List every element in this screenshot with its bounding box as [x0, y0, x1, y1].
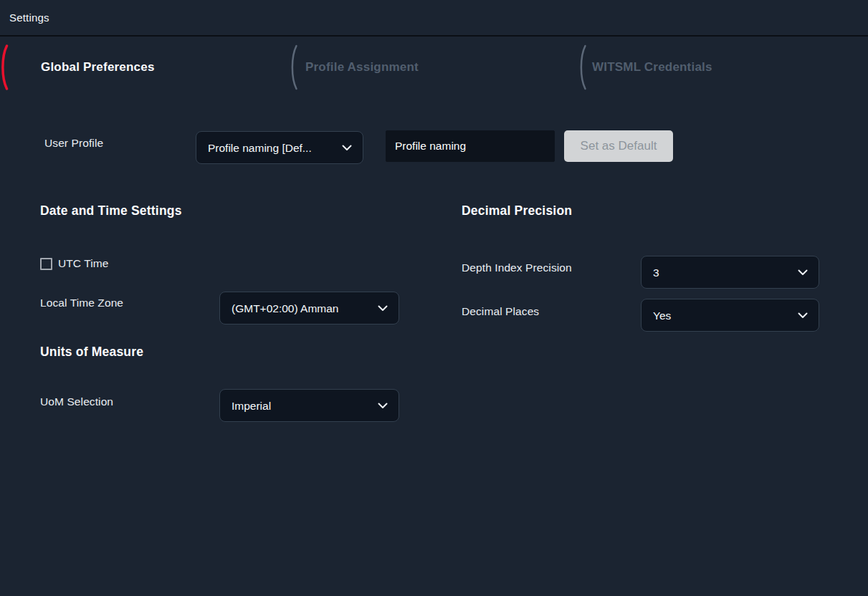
uom-select-wrap: Imperial — [219, 389, 399, 422]
tab-label: WITSML Credentials — [592, 60, 712, 74]
tab-separator — [578, 44, 587, 90]
tab-label: Profile Assignment — [305, 60, 419, 74]
utc-time-checkbox[interactable] — [40, 258, 52, 270]
units-of-measure-heading: Units of Measure — [40, 344, 143, 360]
tab-witsml-credentials[interactable]: WITSML Credentials — [578, 38, 868, 97]
uom-select[interactable]: Imperial — [219, 389, 399, 422]
decimal-places-select-wrap: Yes — [641, 299, 819, 332]
settings-window: Settings Global Preferences Profile Assi… — [0, 0, 868, 596]
depth-index-precision-select-wrap: 3 — [641, 256, 819, 289]
title-bar: Settings — [0, 0, 868, 37]
depth-index-precision-select[interactable]: 3 — [641, 256, 819, 289]
local-time-zone-select-wrap: (GMT+02:00) Amman — [219, 292, 399, 325]
tab-separator — [289, 44, 298, 90]
tab-global-preferences[interactable]: Global Preferences — [0, 38, 289, 97]
uom-selection-label: UoM Selection — [40, 395, 113, 409]
profile-name-input[interactable] — [386, 130, 555, 162]
set-as-default-button[interactable]: Set as Default — [564, 130, 673, 162]
decimal-precision-heading: Decimal Precision — [462, 203, 572, 218]
user-profile-label: User Profile — [44, 136, 103, 150]
active-tab-accent — [0, 44, 9, 90]
user-profile-select-wrap: Profile naming [Def... — [196, 131, 363, 164]
utc-time-label: UTC Time — [58, 256, 109, 271]
local-time-zone-label: Local Time Zone — [40, 296, 123, 310]
depth-index-precision-label: Depth Index Precision — [462, 261, 572, 275]
decimal-places-label: Decimal Places — [462, 304, 539, 319]
tab-bar: Global Preferences Profile Assignment WI… — [0, 38, 868, 97]
tab-profile-assignment[interactable]: Profile Assignment — [289, 38, 578, 97]
tab-label: Global Preferences — [41, 60, 155, 74]
local-time-zone-select[interactable]: (GMT+02:00) Amman — [219, 292, 399, 325]
window-title: Settings — [9, 11, 49, 24]
user-profile-select[interactable]: Profile naming [Def... — [196, 131, 363, 164]
date-time-heading: Date and Time Settings — [40, 203, 182, 218]
decimal-places-select[interactable]: Yes — [641, 299, 819, 332]
